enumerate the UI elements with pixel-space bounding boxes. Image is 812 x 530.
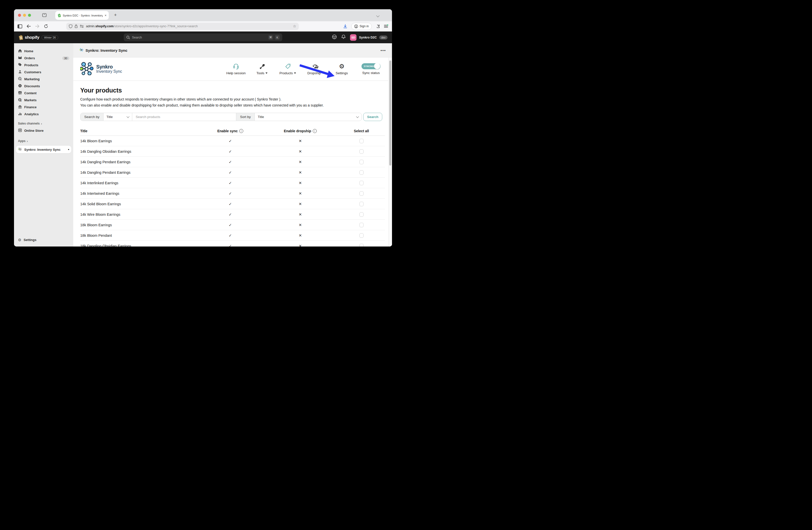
info-icon[interactable]: i	[239, 129, 243, 133]
sidebar-item-synkro-app[interactable]: Synkro: Inventory Sync •	[16, 146, 71, 153]
row-select-checkbox[interactable]	[360, 223, 363, 227]
nav-item-tools[interactable]: Tools	[250, 63, 274, 75]
sidebar-item-discounts[interactable]: Discounts	[16, 83, 71, 89]
table-row: 18k Bloom Pendant✓✕	[80, 230, 385, 241]
sidebar-item-home[interactable]: Home	[16, 48, 71, 55]
extensions-puzzle-icon[interactable]	[376, 24, 380, 29]
table-row: 14k Intertwined Earrings✓✕	[80, 188, 385, 199]
app-frame: Synkro Inventory Sync Help sessionToolsP…	[73, 57, 392, 246]
headset-icon	[233, 63, 239, 70]
nav-item-products[interactable]: Products	[274, 63, 302, 75]
row-select-checkbox[interactable]	[360, 244, 363, 247]
sidebar-item-finance[interactable]: Finance	[16, 104, 71, 111]
nav-item-settings[interactable]: ⚙Settings	[330, 63, 353, 75]
caret-down-icon	[265, 72, 267, 74]
row-select-checkbox[interactable]	[360, 202, 363, 206]
apps-header[interactable]: Apps›	[16, 138, 71, 144]
toggle-knob[interactable]	[374, 63, 380, 69]
url-text[interactable]: admin.shopify.com/store/synkro-d2c/apps/…	[86, 25, 198, 28]
tab-list-chevron-icon[interactable]	[376, 14, 379, 17]
close-window-button[interactable]	[18, 14, 21, 17]
reload-icon[interactable]	[44, 24, 48, 29]
reader-settings-icon[interactable]	[80, 25, 84, 28]
product-title: 14k Bloom Earrings	[80, 139, 198, 143]
tab-overview-icon[interactable]	[42, 13, 47, 18]
sidebar-item-marketing[interactable]: Marketing	[16, 76, 71, 83]
sort-by-select[interactable]: Title	[255, 113, 362, 121]
sidebar-toggle-icon[interactable]	[17, 24, 22, 29]
notifications-bell-icon[interactable]	[341, 34, 346, 41]
orders-icon	[18, 56, 22, 60]
column-header-title[interactable]: Title	[80, 129, 198, 133]
column-header-enable-dropship[interactable]: Enable dropship i	[263, 129, 338, 133]
tab-close-icon[interactable]: ×	[104, 14, 106, 17]
row-select-checkbox[interactable]	[360, 170, 363, 175]
sidebar-item-markets[interactable]: $Markets	[16, 97, 71, 103]
scrollbar-thumb[interactable]	[389, 60, 391, 166]
column-header-select-all[interactable]: Select all	[338, 129, 385, 133]
sidebar-item-orders[interactable]: Orders30	[16, 55, 71, 61]
product-title: 18k Bloom Pendant	[80, 233, 198, 238]
column-header-enable-sync[interactable]: Enable sync i	[198, 129, 263, 133]
truck-icon	[313, 63, 319, 70]
account-name[interactable]: Synkro D2C	[359, 36, 377, 39]
nav-item-sync-status[interactable]: SYNCING Sync status	[357, 63, 385, 75]
row-select-checkbox[interactable]	[360, 181, 363, 185]
sidebar-item-settings[interactable]: ⚙ Settings	[16, 237, 71, 243]
browser-toolbar: admin.shopify.com/store/synkro-d2c/apps/…	[14, 21, 392, 31]
main-area: Synkro: Inventory Sync •••	[73, 43, 392, 246]
table-row: 14k Solid Bloom Earrings✓✕	[80, 199, 385, 209]
row-select-checkbox[interactable]	[360, 149, 363, 154]
syncing-toggle-label: SYNCING	[364, 65, 374, 68]
sales-channels-header[interactable]: Sales channels›	[16, 121, 71, 126]
sidebar-item-customers[interactable]: Customers	[16, 69, 71, 75]
browser-tab[interactable]: S Synkro D2C · Synkro: Inventory ×	[55, 11, 109, 20]
search-button[interactable]: Search	[363, 113, 382, 121]
shield-icon[interactable]	[69, 24, 72, 28]
sync-enabled-check-icon: ✓	[198, 149, 263, 154]
row-select-checkbox[interactable]	[360, 212, 363, 217]
admin-search-bar[interactable]: Search ⌘ K	[124, 33, 282, 41]
download-icon[interactable]	[343, 24, 348, 29]
sidebar-item-analytics[interactable]: Analytics	[16, 111, 71, 117]
sort-by-label: Sort by	[236, 113, 255, 121]
zoom-window-button[interactable]	[28, 14, 31, 17]
sync-enabled-check-icon: ✓	[198, 191, 263, 196]
nav-item-label: Tools	[257, 71, 264, 75]
back-icon[interactable]	[26, 24, 31, 28]
svg-text:$: $	[20, 100, 22, 102]
sidebar-item-content[interactable]: Content	[16, 90, 71, 97]
bookmark-star-icon[interactable]: ☆	[293, 24, 296, 29]
sync-enabled-check-icon: ✓	[198, 181, 263, 185]
sign-in-button[interactable]: Sign in	[351, 23, 372, 30]
scrollbar-track[interactable]	[388, 57, 392, 246]
shopify-favicon: S	[58, 14, 61, 17]
admin-search-placeholder: Search	[132, 36, 266, 39]
sidebar-item-online-store[interactable]: Online Store	[16, 127, 71, 134]
row-select-checkbox[interactable]	[360, 191, 363, 196]
product-title: 18k Dangling Obsidian Earrings	[80, 244, 198, 247]
more-options-icon[interactable]: •••	[380, 48, 386, 53]
browser-menu-icon[interactable]	[384, 24, 389, 28]
page-title: Your products	[80, 87, 385, 94]
search-controls: Search by Title Sort by Title	[80, 113, 385, 121]
search-by-select[interactable]: Title	[103, 113, 132, 121]
shopify-logo[interactable]: S shopify	[18, 35, 39, 40]
nav-item-dropship[interactable]: Dropship	[302, 63, 330, 75]
search-products-input[interactable]	[132, 113, 236, 121]
row-select-checkbox[interactable]	[360, 160, 363, 164]
url-bar[interactable]: admin.shopify.com/store/synkro-d2c/apps/…	[66, 23, 299, 30]
info-icon[interactable]: i	[313, 129, 317, 133]
syncing-toggle[interactable]: SYNCING	[362, 63, 380, 69]
account-avatar[interactable]: SD	[350, 34, 357, 41]
nav-item-help-session[interactable]: Help session	[222, 63, 250, 75]
row-select-checkbox[interactable]	[360, 233, 363, 238]
minimize-window-button[interactable]	[23, 14, 26, 17]
row-select-checkbox[interactable]	[360, 139, 363, 143]
admin-body: HomeOrders30ProductsCustomersMarketingDi…	[14, 43, 392, 246]
dev-badge: dev	[379, 35, 388, 40]
new-tab-button[interactable]: +	[114, 12, 117, 18]
sidebar-item-products[interactable]: Products	[16, 62, 71, 69]
forward-icon[interactable]	[35, 24, 40, 28]
assistant-face-icon[interactable]	[332, 34, 337, 41]
